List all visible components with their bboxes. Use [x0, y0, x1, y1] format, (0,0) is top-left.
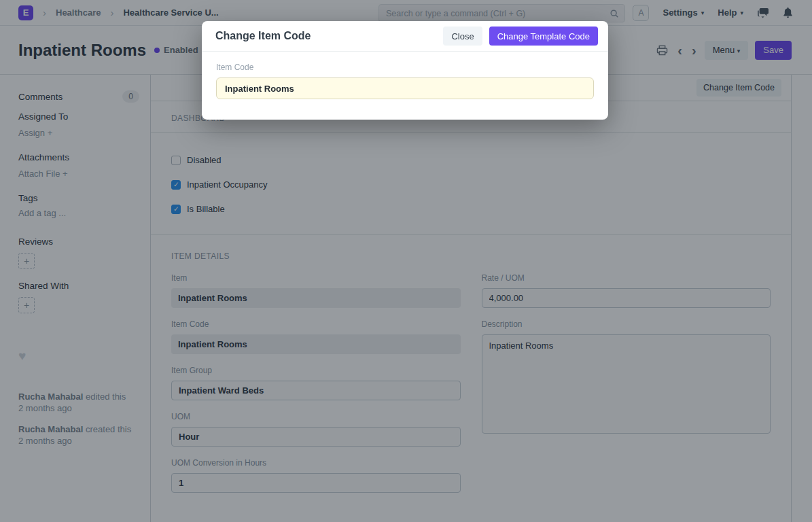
item-code-label: Item Code [216, 63, 594, 72]
close-button[interactable]: Close [443, 27, 482, 46]
modal-actions: Close Change Template Code [443, 27, 598, 46]
modal-title: Change Item Code [215, 30, 311, 42]
modal-body: Item Code [202, 52, 608, 120]
change-item-code-modal: Change Item Code Close Change Template C… [202, 21, 608, 120]
modal-item-code-input[interactable] [216, 77, 594, 99]
modal-header: Change Item Code Close Change Template C… [202, 21, 608, 52]
change-template-code-button[interactable]: Change Template Code [489, 27, 598, 46]
